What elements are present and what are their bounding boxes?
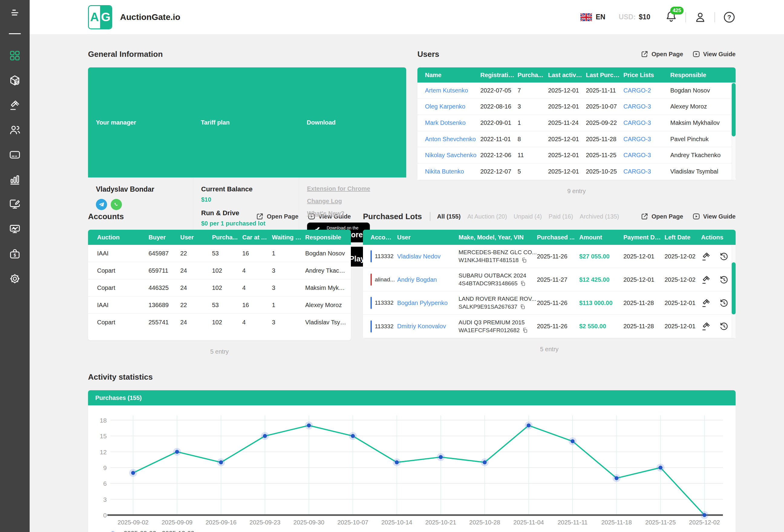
lot-user-link[interactable]: Andriy Bogdan: [397, 276, 458, 283]
sidebar-item-users[interactable]: [8, 123, 22, 137]
download-link[interactable]: What's New?: [307, 210, 400, 217]
lots-scrollbar[interactable]: [732, 245, 736, 338]
buyer-number: 645987: [148, 250, 180, 257]
user-name-link[interactable]: Anton Shevchenko: [425, 136, 480, 143]
sidebar-item-statistics[interactable]: [8, 173, 22, 186]
buyer-number: 446325: [148, 285, 180, 291]
users-column-header[interactable]: Name: [425, 71, 480, 79]
copy-icon[interactable]: [521, 257, 527, 263]
legend-marker-icon: [106, 531, 119, 532]
users-scrollbar[interactable]: [732, 83, 736, 180]
sidebar-item-finance[interactable]: $: [8, 247, 22, 261]
lots-column-header[interactable]: User: [397, 234, 458, 241]
registration-date: 2022-09-01: [480, 119, 517, 126]
price-list-link[interactable]: CARGO-2: [623, 87, 670, 94]
lot-user-link[interactable]: Dmitriy Konovalov: [397, 323, 458, 330]
user-name-link[interactable]: Mark Dotsenko: [425, 119, 480, 126]
accounts-column-header[interactable]: Auction: [97, 234, 148, 241]
profile-button[interactable]: [694, 11, 706, 24]
accounts-column-header[interactable]: Buyer: [148, 234, 180, 241]
history-icon[interactable]: [719, 321, 729, 331]
lots-open-page-button[interactable]: Open Page: [641, 212, 683, 220]
purchased-lots-panel: Purchased Lots All (155)At Auction (20)U…: [363, 210, 736, 353]
purchased-lots-tab[interactable]: At Auction (20): [467, 213, 507, 220]
users-column-header[interactable]: Purcha...: [517, 71, 548, 79]
sidebar-item-payments[interactable]: [8, 148, 22, 162]
purchased-lots-tab[interactable]: Paid (16): [549, 213, 573, 220]
copy-icon[interactable]: [520, 304, 525, 309]
whatsapp-icon[interactable]: [111, 199, 122, 210]
sidebar-item-lots[interactable]: [8, 73, 22, 87]
accounts-column-header[interactable]: Purcha...: [212, 234, 242, 241]
lots-column-header[interactable]: Amount: [579, 234, 623, 241]
accounts-column-header[interactable]: Waiting f...: [272, 234, 305, 241]
lots-column-header[interactable]: Payment Da...: [623, 234, 665, 241]
app-logo[interactable]: A G AuctionGate.io: [88, 5, 180, 29]
sidebar-item-auctions[interactable]: [8, 98, 22, 112]
sidebar-item-settings[interactable]: [8, 272, 22, 286]
last-purchase: 2025-10-25: [586, 168, 623, 175]
purchased-count: 5: [517, 168, 548, 175]
lots-column-header[interactable]: Make, Model, Year, VIN: [458, 234, 537, 241]
balance-display[interactable]: USD: $10: [619, 13, 650, 21]
price-list-link[interactable]: CARGO-3: [623, 168, 670, 175]
auction-gavel-icon[interactable]: [701, 275, 711, 285]
auction-gavel-icon[interactable]: [701, 252, 711, 262]
auction-gavel-icon[interactable]: [701, 321, 711, 331]
lots-column-header[interactable]: Left Date: [665, 234, 701, 241]
purchased-lots-tab[interactable]: All (155): [437, 213, 461, 220]
users-open-page-button[interactable]: Open Page: [641, 50, 683, 58]
purchased-lots-tab[interactable]: Archived (135): [580, 213, 619, 220]
menu-icon[interactable]: [9, 7, 21, 20]
make-model-vin: MERCEDES-BENZ GLC CO... W1NKJ4HB1TF48151…: [458, 248, 537, 264]
copy-icon[interactable]: [522, 327, 528, 333]
sidebar-item-monitor-report[interactable]: [8, 222, 22, 236]
download-link[interactable]: Extension for Chrome: [307, 185, 400, 192]
notifications-button[interactable]: 425: [665, 10, 677, 24]
price-list-link[interactable]: CARGO-3: [623, 152, 670, 159]
user-name-link[interactable]: Nikolay Savchenko: [425, 152, 480, 159]
lots-column-header[interactable]: Actions: [701, 234, 736, 241]
accounts-column-header[interactable]: User: [180, 234, 212, 241]
lot-user-link[interactable]: Vladislav Nedov: [397, 253, 458, 260]
lots-column-header[interactable]: Account: [370, 234, 397, 241]
sidebar-item-monitor-edit[interactable]: [8, 197, 22, 211]
users-column-header[interactable]: Price Lists: [623, 71, 670, 79]
chart-legend[interactable]: 2025-09-02 - 2025-12-02: [88, 530, 736, 532]
price-list-link[interactable]: CARGO-3: [623, 119, 670, 126]
history-icon[interactable]: [719, 252, 729, 262]
language-switcher[interactable]: EN: [581, 13, 605, 21]
lots-column-header[interactable]: Purchased ...: [537, 234, 579, 241]
lots-view-guide-button[interactable]: View Guide: [692, 212, 736, 220]
copy-icon[interactable]: [520, 280, 526, 286]
auction-gavel-icon[interactable]: [701, 298, 711, 308]
price-list-link[interactable]: CARGO-3: [623, 136, 670, 143]
help-button[interactable]: ?: [723, 11, 736, 24]
history-icon[interactable]: [719, 275, 729, 285]
buyer-number: 659711: [148, 267, 180, 274]
accounts-column-header[interactable]: Responsible: [305, 234, 351, 241]
user-name-link[interactable]: Oleg Karpenko: [425, 103, 480, 110]
telegram-icon[interactable]: [96, 199, 107, 210]
sidebar-item-dashboard[interactable]: [8, 49, 22, 63]
lots-scrollbar-thumb[interactable]: [732, 262, 736, 314]
users-column-header[interactable]: Last activity: [548, 71, 586, 79]
users-view-guide-button[interactable]: View Guide: [692, 50, 736, 58]
balance-value: $10: [639, 13, 650, 21]
auction-name: IAAI: [97, 250, 148, 257]
lot-user-link[interactable]: Bogdan Pylypenko: [397, 300, 458, 306]
users-scrollbar-thumb[interactable]: [732, 83, 736, 136]
download-link[interactable]: Change Log: [307, 198, 400, 205]
svg-text:2025-12-02: 2025-12-02: [689, 519, 720, 526]
user-name-link[interactable]: Nikita Butenko: [425, 168, 480, 175]
accounts-table-row: IAAI 136689 22 53 16 1 Alexey Moroz: [88, 297, 351, 314]
purchased-lots-tab[interactable]: Unpaid (4): [513, 213, 542, 220]
user-name-link[interactable]: Artem Kutsenko: [425, 87, 480, 94]
price-list-link[interactable]: CARGO-3: [623, 103, 670, 110]
history-icon[interactable]: [719, 298, 729, 308]
users-column-header[interactable]: Last Purch...: [586, 71, 623, 79]
external-link-icon: [641, 212, 648, 220]
users-column-header[interactable]: Responsible: [670, 71, 736, 79]
accounts-column-header[interactable]: Car at A...: [242, 234, 272, 241]
users-column-header[interactable]: Registratio...: [480, 71, 517, 79]
